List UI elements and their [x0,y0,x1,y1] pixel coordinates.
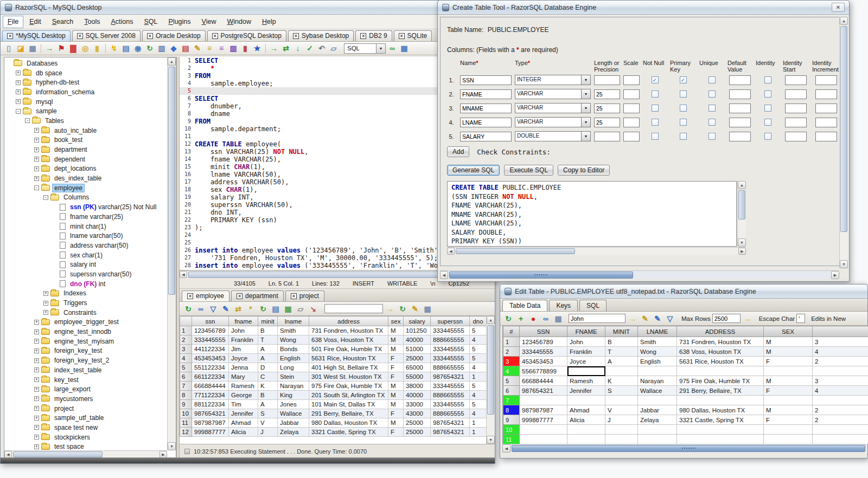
table-cell[interactable]: V [605,405,638,415]
table-cell[interactable]: Franklin [229,335,258,345]
table-cell[interactable]: 5 [470,326,487,335]
copy-to-editor-button[interactable]: Copy to Editor [558,165,610,176]
table-cell[interactable]: 333445555 [192,335,229,345]
table-cell[interactable]: 661122334 [192,372,229,382]
table-cell[interactable] [813,425,868,435]
primary-key-unchecked-checkbox[interactable] [680,105,687,112]
table-cell[interactable]: B [258,326,278,335]
tree-item[interactable]: +index_test_table [4,365,167,375]
collapse-icon[interactable]: - [25,118,30,123]
column-type-select[interactable]: INTEGER▼ [515,75,591,85]
table-cell[interactable] [567,396,605,405]
scroll-down-icon[interactable]: ▼ [487,436,495,444]
table-cell[interactable] [677,435,764,444]
table-cell[interactable]: 4 [470,409,487,418]
table-cell[interactable]: English [638,357,677,366]
table-row[interactable]: 6661122334MaryCStein301 West St. Houston… [180,372,487,382]
paste-document-icon[interactable]: ▥ [156,43,167,54]
scroll-up-icon[interactable]: ▲ [487,316,495,324]
tree-item[interactable]: +sample_utf_table [4,413,167,423]
go-arrow-icon[interactable]: → [627,313,638,324]
scroll-down-icon[interactable]: ▼ [738,238,746,247]
compare-rows-icon[interactable]: ⇄ [233,303,244,314]
default-value-input[interactable] [729,104,751,113]
sql-vertical-scrollbar[interactable]: ▲ ▼ [737,181,746,247]
table-cell[interactable]: Alicia [567,415,605,425]
table-cell[interactable]: 881122334 [192,400,229,409]
sql-hscroll-thumb[interactable] [456,248,575,254]
edit-arrow-icon[interactable]: ✎ [652,313,663,324]
table-cell[interactable]: 638 Voss, Houston TX [677,347,764,357]
table-cell[interactable]: A [258,345,278,354]
scroll-left-icon[interactable]: ◀ [447,248,455,255]
table-cell[interactable]: M [764,405,813,415]
column-header-dno[interactable]: dno [470,316,487,326]
tree-item[interactable]: +engine_test_innodb [4,327,167,337]
edit-table-titlebar[interactable]: Edit Table - PUBLIC.EMPLOYEE utf8_notepa… [500,285,867,299]
disconnect-icon[interactable]: ⚑ [56,43,67,54]
table-cell[interactable] [813,366,868,376]
identity-unchecked-checkbox[interactable] [764,119,771,126]
table-cell[interactable]: English [278,354,309,363]
table-row[interactable]: 1123456789JohnBSmith731 Fondren, Houston… [180,326,487,335]
scale-input[interactable] [623,118,640,127]
scale-input[interactable] [623,132,640,141]
table-cell[interactable]: J [605,415,638,425]
table-cell[interactable]: 975 Fire Oak, Humble TX [677,376,764,386]
window-vscroll-thumb[interactable] [840,26,847,232]
identity-unchecked-checkbox[interactable] [764,91,771,98]
table-cell[interactable]: 980 Dallas, Houston TX [309,418,388,428]
table-cell[interactable]: 43000 [404,409,431,418]
tree-item[interactable]: address varchar(50) [4,241,167,250]
tree-item[interactable]: ssn (PK) varchar(25) Not Null [4,202,167,212]
expand-icon[interactable]: + [16,80,21,85]
table-row[interactable]: 10 [503,425,868,435]
tree-item[interactable]: +auto_inc_table [4,126,167,135]
tree-item[interactable]: +key_test [4,375,167,385]
tree-item[interactable]: dno (FK) int [4,279,167,289]
favorites-db-icon[interactable]: ▮ [240,43,251,54]
table-cell[interactable]: F [388,354,404,363]
table-cell[interactable]: 4 [470,391,487,400]
view-icon[interactable]: ∞ [195,303,206,314]
sql-horizontal-scrollbar[interactable]: ◀ ▶ [447,247,746,255]
table-row[interactable]: 9881122334TimAJones101 Main St, Dallas T… [180,400,487,409]
undo-icon[interactable]: ↶ [316,43,327,54]
generate-sql-button[interactable]: Generate SQL [447,165,500,176]
save-icon[interactable]: ▦ [27,43,38,54]
expand-icon[interactable]: + [34,444,39,449]
table-row[interactable]: 5551122334JennaDLong401 High St, Bellair… [180,363,487,372]
table-cell[interactable] [638,435,677,444]
collapse-icon[interactable]: - [34,185,39,190]
column-name-input[interactable] [460,118,512,127]
menu-help[interactable]: Help [257,16,281,28]
results-tab-employee[interactable]: ✕employee [182,290,229,301]
table-cell[interactable]: Smith [278,326,309,335]
table-cell[interactable]: 441122334 [192,345,229,354]
table-cell[interactable]: 55000 [404,372,431,382]
table-cell[interactable]: 333445555 [431,354,470,363]
edit-table-data[interactable]: #SSNFNAMEMINITLNAMEADDRESSSEX1123456789J… [503,326,868,444]
column-header-superssn[interactable]: superssn [431,316,470,326]
table-cell[interactable]: B [258,391,278,400]
table-cell[interactable] [605,425,638,435]
table-cell[interactable]: 501 Fire Oak, Humble TX [309,345,388,354]
table-cell[interactable]: 33000 [404,400,431,409]
table-cell[interactable]: 65000 [404,363,431,372]
close-icon[interactable]: ✕ [832,3,845,12]
table-cell[interactable]: 666884444 [192,382,229,391]
column-header-minit[interactable]: MINIT [605,326,638,337]
scroll-left-icon[interactable]: ◀ [502,444,510,453]
table-cell[interactable]: C [258,372,278,382]
results-vertical-scrollbar[interactable]: ▲ ▼ [486,316,495,444]
table-cell[interactable]: 731 Fondren, Houston TX [677,337,764,347]
tree-item[interactable]: +des_index_table [4,173,167,183]
search-input[interactable] [569,314,626,323]
table-cell[interactable]: 551122334 [192,363,229,372]
table-row[interactable]: 7 [503,396,868,405]
table-cell[interactable]: Ramesh [567,376,605,386]
length-precision-input[interactable] [594,75,620,85]
table-cell[interactable]: Mary [229,372,258,382]
identity-unchecked-checkbox[interactable] [764,133,771,140]
table-cell[interactable]: Joyce [567,357,605,366]
